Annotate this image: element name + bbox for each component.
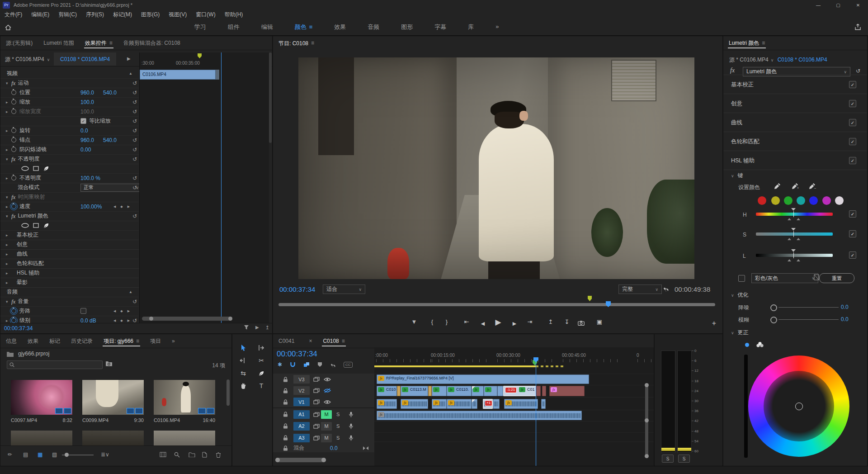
add-marker-button[interactable]: ▼ <box>409 318 420 328</box>
lift-button[interactable]: ↥ <box>545 318 556 328</box>
collapse-icon[interactable]: ▲ <box>129 71 132 76</box>
slider-handle[interactable] <box>788 236 791 240</box>
toggle-track-output-icon[interactable] <box>324 400 331 404</box>
param-value[interactable]: 540.0 <box>103 137 117 143</box>
twirl-icon[interactable]: ▸ <box>6 280 10 285</box>
workspace-tab-效果[interactable]: 效果 <box>324 20 356 34</box>
lumetri-section-HSL 辅助[interactable]: HSL 辅助✓ <box>723 151 867 170</box>
timeline-clip[interactable]: fx <box>432 399 447 409</box>
slip-tool[interactable]: ⇆ <box>238 368 249 379</box>
tab-信息[interactable]: 信息 <box>0 334 22 348</box>
zoom-level-select[interactable]: 适合∨ <box>323 284 365 294</box>
twirl-icon[interactable]: ▾ <box>6 214 10 218</box>
tab-标记[interactable]: 标记 <box>44 334 66 348</box>
mask-ellipse-icon[interactable] <box>21 166 29 171</box>
meter-solo-button[interactable]: S <box>662 455 674 463</box>
reset-icon[interactable]: ↺ <box>132 213 137 219</box>
playback-resolution-select[interactable]: 完整∨ <box>618 284 662 294</box>
twirl-icon[interactable]: ▸ <box>6 176 10 180</box>
key-group[interactable]: ∨键 <box>731 172 858 180</box>
slider-handle[interactable] <box>788 216 791 220</box>
workspace-tab-颜色[interactable]: 颜色≡ <box>285 20 323 34</box>
workspace-tab-组件[interactable]: 组件 <box>218 20 250 34</box>
keyframe-nav-icons[interactable]: ◀ ◆ ▶ <box>113 309 132 313</box>
reset-icon[interactable]: ↺ <box>132 137 137 143</box>
track-select-forward-tool[interactable] <box>256 342 267 353</box>
mask-pen-icon[interactable] <box>43 166 49 171</box>
solo-button[interactable]: S <box>336 412 340 417</box>
project-item-name[interactable]: C0097.MP48:32 <box>11 417 72 424</box>
twirl-icon[interactable]: ▸ <box>6 100 10 104</box>
hsl-slider-H[interactable] <box>756 213 833 216</box>
extract-button[interactable]: ↧ <box>561 318 572 328</box>
play-button[interactable]: ▶ <box>493 318 504 327</box>
tab-历史记录[interactable]: 历史记录 <box>66 334 98 348</box>
timeline-clip[interactable] <box>536 386 541 396</box>
freeform-view-icon[interactable]: ▧ <box>52 451 59 459</box>
sync-lock-icon[interactable] <box>313 399 320 404</box>
timeline-clip[interactable]: fx <box>377 399 397 409</box>
slider-value[interactable]: 0.0 <box>841 316 854 322</box>
hsl-check-H[interactable]: ✓ <box>849 210 856 218</box>
timeline-clip[interactable]: fx <box>432 386 447 396</box>
menu-item[interactable]: 文件(F) <box>0 11 27 19</box>
stopwatch-icon[interactable] <box>11 308 16 313</box>
search-bin-icon[interactable] <box>105 360 113 366</box>
reset-icon[interactable]: ↺ <box>132 156 137 162</box>
slider-handle[interactable] <box>797 236 800 240</box>
new-item-icon[interactable] <box>202 452 209 459</box>
solo-button[interactable]: S <box>336 423 340 429</box>
track-label-V2[interactable]: V2 <box>293 386 310 395</box>
step-back-button[interactable]: ◀ <box>477 321 488 331</box>
menu-item[interactable]: 剪辑(C) <box>54 11 81 19</box>
twirl-icon[interactable]: ▾ <box>6 299 10 304</box>
twirl-icon[interactable]: ▸ <box>6 261 10 266</box>
lumetri-sub-section[interactable]: 基本校正 <box>17 231 38 239</box>
menu-item[interactable]: 编辑(E) <box>27 11 54 19</box>
timeline-clip[interactable]: fxC0110. <box>447 386 472 396</box>
toggle-track-output-icon[interactable] <box>324 377 331 382</box>
param-value[interactable]: 100.00% <box>80 204 102 210</box>
search-input[interactable] <box>7 360 103 369</box>
delete-icon[interactable] <box>216 452 223 459</box>
project-scrollbar[interactable] <box>226 379 230 406</box>
tab-项目: gjy666[interactable]: 项目: gjy666≡ <box>98 334 145 348</box>
lumetri-sub-section[interactable]: 曲线 <box>17 250 28 258</box>
hsl-slider-L[interactable] <box>756 254 833 257</box>
lock-icon[interactable] <box>283 388 288 393</box>
marker-icon[interactable] <box>317 362 322 367</box>
timeline-vertical-scrollbar[interactable] <box>645 384 648 457</box>
track-label-V1[interactable]: V1 <box>293 398 310 406</box>
param-value[interactable]: 960.0 <box>80 137 94 143</box>
twirl-icon[interactable]: ▸ <box>6 271 10 275</box>
lumetri-sub-section[interactable]: 色轮和匹配 <box>17 260 44 267</box>
twirl-icon[interactable]: ▸ <box>6 109 10 114</box>
stopwatch-icon[interactable] <box>11 109 16 114</box>
twirl-icon[interactable]: ▸ <box>6 204 10 209</box>
twirl-icon[interactable]: ▸ <box>6 318 10 323</box>
timeline-clip[interactable]: fx <box>377 411 582 420</box>
stopwatch-icon[interactable] <box>11 147 16 152</box>
razor-tool[interactable]: ✂ <box>256 355 267 366</box>
correct-group[interactable]: ∨更正 <box>731 329 858 337</box>
reset-icon[interactable]: ↺ <box>132 109 137 115</box>
keyframe-nav-icons[interactable]: ◀ ◆ ▶ <box>113 319 132 322</box>
meter-solo-button[interactable]: S <box>678 455 690 463</box>
timeline-horizontal-scrollbar[interactable] <box>275 458 326 462</box>
program-scrubber[interactable] <box>278 303 715 306</box>
param-value[interactable]: 0.0 <box>80 128 88 134</box>
sequence-marker-icon[interactable] <box>198 53 202 58</box>
workspace-tab-库[interactable]: 库 <box>458 20 484 34</box>
project-thumbnail[interactable] <box>154 380 215 415</box>
hsl-check-S[interactable]: ✓ <box>849 230 856 237</box>
lumetri-section-色轮和匹配[interactable]: 色轮和匹配✓ <box>723 132 867 151</box>
track-label-A3[interactable]: A3 <box>293 434 310 442</box>
stopwatch-icon[interactable] <box>11 175 16 180</box>
sort-icon[interactable]: ≣∨ <box>101 451 112 459</box>
keyframe-nav-icons[interactable]: ◀ ◆ ▶ <box>113 205 132 209</box>
workspace-overflow[interactable]: » <box>486 20 509 34</box>
effect-name[interactable]: 时间重映射 <box>18 193 45 201</box>
go-to-out-button[interactable]: ⇥ <box>524 318 535 328</box>
timeline-clip[interactable] <box>497 386 503 396</box>
checkbox-旁路[interactable] <box>80 308 86 314</box>
